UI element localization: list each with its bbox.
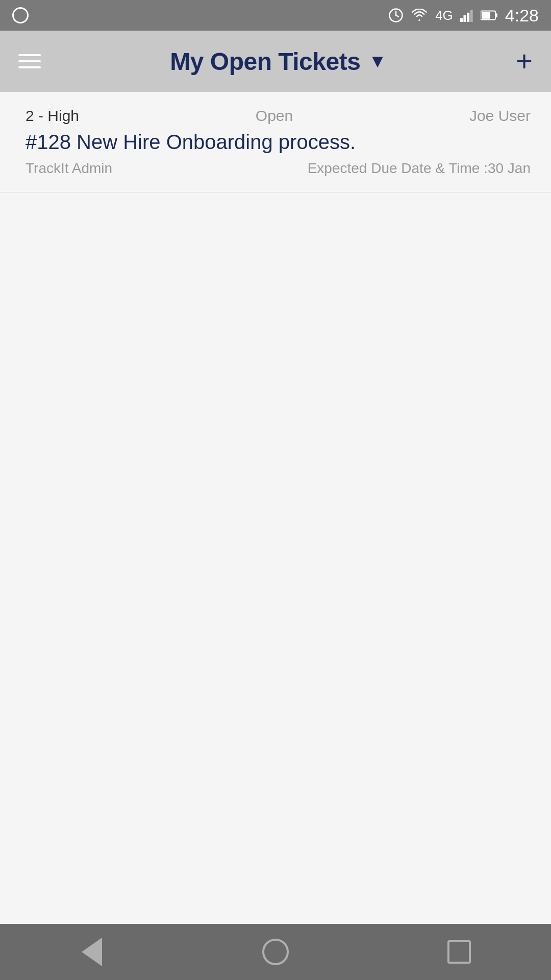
signal-circle-icon (12, 7, 29, 23)
hamburger-line-1 (18, 54, 41, 56)
wifi-icon (411, 9, 428, 22)
nav-home-button[interactable] (255, 932, 296, 972)
chevron-down-icon: ▼ (368, 51, 387, 72)
svg-rect-7 (495, 13, 497, 17)
ticket-card[interactable]: 2 - High Open Joe User #128 New Hire Onb… (0, 92, 551, 192)
title-dropdown[interactable]: My Open Tickets ▼ (170, 47, 387, 76)
add-ticket-button[interactable]: + (516, 47, 533, 76)
app-title: My Open Tickets (170, 47, 360, 76)
svg-rect-6 (482, 12, 490, 18)
ticket-priority: 2 - High (26, 107, 79, 125)
nav-recent-button[interactable] (439, 932, 480, 972)
battery-icon (481, 10, 498, 21)
svg-rect-3 (467, 13, 469, 22)
network-type: 4G (435, 8, 453, 23)
hamburger-menu-button[interactable] (18, 54, 41, 68)
hamburger-line-3 (18, 66, 41, 68)
hamburger-line-2 (18, 60, 41, 62)
nav-back-button[interactable] (71, 932, 112, 972)
nav-bar (0, 924, 551, 980)
svg-rect-1 (460, 18, 463, 22)
status-bar-left (12, 7, 29, 23)
app-bar: My Open Tickets ▼ + (0, 31, 551, 92)
status-bar: 4G 4:28 (0, 0, 551, 31)
svg-rect-2 (463, 15, 466, 22)
status-bar-right: 4G 4:28 (388, 6, 539, 26)
signal-icon (460, 9, 473, 22)
ticket-title: #128 New Hire Onboarding process. (26, 129, 531, 155)
ticket-admin: TrackIt Admin (26, 160, 112, 177)
home-icon (262, 939, 289, 965)
clock-icon (388, 8, 404, 23)
ticket-due-date: Expected Due Date & Time :30 Jan (308, 160, 531, 177)
ticket-assignee: Joe User (469, 107, 531, 125)
recent-apps-icon (447, 940, 471, 964)
main-content: 2 - High Open Joe User #128 New Hire Onb… (0, 92, 551, 924)
svg-rect-4 (470, 10, 472, 22)
ticket-footer-row: TrackIt Admin Expected Due Date & Time :… (26, 160, 531, 177)
ticket-meta-row: 2 - High Open Joe User (26, 107, 531, 125)
ticket-status: Open (256, 107, 293, 125)
back-icon (82, 938, 102, 966)
status-time: 4:28 (505, 6, 539, 26)
